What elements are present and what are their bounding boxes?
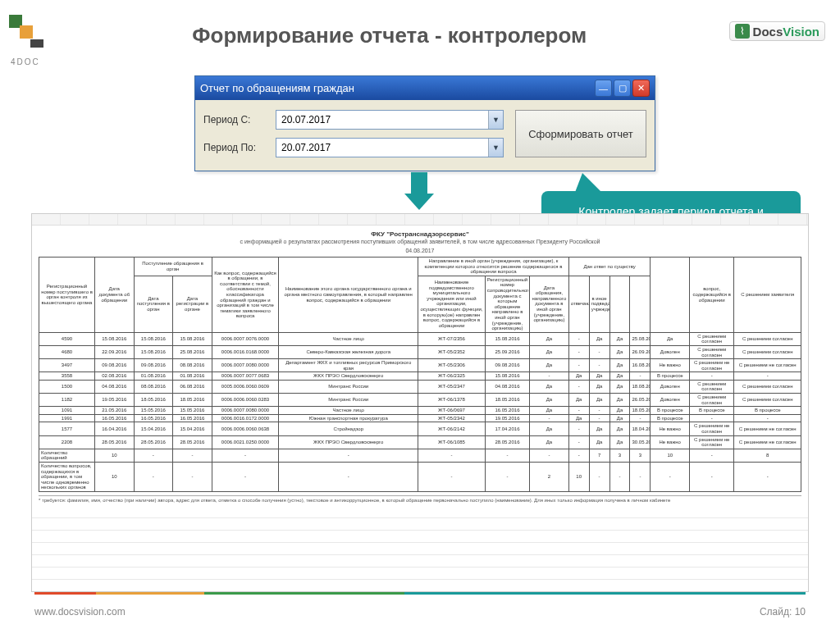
report-title: ФКУ "Ространснадзорсервис" — [39, 230, 801, 238]
table-row: 355802.08.201601.08.201601.08.20160006.0… — [39, 372, 801, 381]
summary-row: Количество вопросов, содержащихся в обра… — [39, 463, 801, 492]
logo-4doc: 4DOC — [9, 15, 50, 66]
dropdown-icon[interactable]: ▼ — [488, 139, 503, 157]
report-dialog: Отчет по обращениям граждан — ▢ ✕ Период… — [194, 75, 655, 171]
table-row: 468022.09.201615.08.201625.08.20160006.0… — [39, 345, 801, 358]
table-row: 349709.08.201609.08.201608.08.20160006.0… — [39, 359, 801, 372]
footer-url: www.docsvision.com — [34, 606, 126, 618]
footer-accent — [34, 592, 806, 595]
period-from-input[interactable]: 20.07.2017 ▼ — [276, 110, 504, 130]
table-row: 118219.05.201618.05.201618.05.20160006.0… — [39, 394, 801, 407]
close-button[interactable]: ✕ — [632, 80, 650, 97]
docsvision-logo: ⌇ DocsVision — [729, 21, 825, 41]
report-date: 04.08.2017 — [39, 248, 801, 253]
table-row: 199116.05.201616.05.201616.05.20160006.0… — [39, 414, 801, 422]
table-row: 459015.08.201615.08.201615.08.20160006.0… — [39, 332, 801, 345]
dialog-title: Отчет по обращениям граждан — [200, 82, 354, 94]
report-subtitle: с информацией о результатах рассмотрения… — [39, 239, 801, 244]
table-row: 150004.08.201608.08.201606.08.20160005.0… — [39, 380, 801, 393]
slide-title: Формирование отчета - контролером — [50, 23, 729, 48]
flow-arrow-icon — [404, 172, 434, 213]
report-footnote: * требуется: фамилия, имя, отчество (при… — [39, 495, 801, 503]
maximize-button[interactable]: ▢ — [614, 80, 631, 97]
minimize-button[interactable]: — — [595, 80, 612, 97]
clip-icon: ⌇ — [735, 24, 750, 39]
period-to-label: Период По: — [203, 142, 269, 153]
titlebar: Отчет по обращениям граждан — ▢ ✕ — [195, 76, 655, 100]
period-from-label: Период С: — [203, 114, 269, 125]
excel-report: ФКУ "Ространснадзорсервис" с информацией… — [31, 213, 809, 592]
table-row: 157716.04.201615.04.201615.04.20160006.0… — [39, 422, 801, 435]
summary-row: Количество обращений10--------73310-8 — [39, 449, 801, 462]
dropdown-icon[interactable]: ▼ — [488, 111, 503, 129]
period-to-input[interactable]: 20.07.2017 ▼ — [276, 138, 504, 157]
slide-number: Слайд: 10 — [760, 606, 806, 618]
report-table: Регистрационный номер поступившего в орг… — [39, 257, 801, 492]
generate-report-button[interactable]: Сформировать отчет — [515, 110, 646, 157]
table-row: 109121.05.201615.05.201615.05.20160006.0… — [39, 407, 801, 415]
table-row: 220828.05.201628.05.201628.05.20160006.0… — [39, 435, 801, 449]
